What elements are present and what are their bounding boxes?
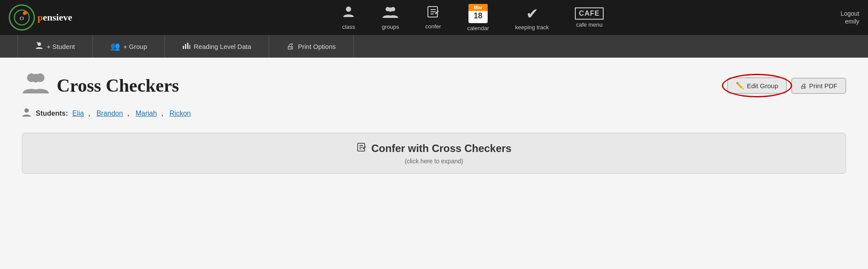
svg-rect-18: [189, 45, 190, 49]
nav-cafe-menu-label: cafe menu: [576, 21, 603, 28]
nav-calendar[interactable]: Mar 18 calendar: [467, 4, 489, 31]
edit-pencil-icon: ✏️: [736, 82, 744, 90]
print-pdf-label: Print PDF: [809, 82, 837, 90]
students-label: Students:: [36, 110, 68, 117]
svg-text:O: O: [20, 15, 24, 21]
logo-text: pensieve: [38, 12, 72, 23]
confer-sub-text: (click here to expand): [31, 158, 837, 165]
student-mariah[interactable]: Mariah: [136, 110, 157, 117]
nav-calendar-label: calendar: [467, 25, 489, 31]
user-area: Logout emily: [841, 10, 859, 25]
group-title: Cross Checkers: [57, 75, 179, 96]
groups-icon: [383, 5, 398, 22]
student-brandon[interactable]: Brandon: [96, 110, 123, 117]
separator-2: ,: [127, 110, 131, 117]
class-icon: [342, 5, 355, 22]
nav-confer[interactable]: confer: [425, 5, 441, 30]
nav-class-label: class: [342, 24, 355, 30]
edit-group-label: Edit Group: [747, 82, 778, 90]
confer-title: Confer with Cross Checkers: [31, 142, 837, 155]
add-group-icon: 👥: [110, 41, 120, 51]
print-pdf-icon: 🖨: [800, 82, 806, 90]
edit-group-wrapper: ✏️ Edit Group: [727, 77, 787, 94]
svg-point-6: [388, 7, 393, 12]
main-content: Cross Checkers ✏️ Edit Group 🖨 Print PDF: [0, 58, 868, 269]
nav-groups[interactable]: groups: [382, 5, 399, 30]
svg-rect-16: [185, 44, 186, 49]
nav-groups-label: groups: [382, 24, 399, 30]
nav-confer-label: confer: [425, 23, 441, 30]
separator-3: ,: [161, 110, 165, 117]
reading-level-label: Reading Level Data: [194, 43, 251, 50]
nav-cafe-menu[interactable]: CAFE cafe menu: [575, 7, 604, 28]
confer-title-text: Confer with Cross Checkers: [371, 142, 511, 155]
student-rickon[interactable]: Rickon: [170, 110, 191, 117]
print-options-button[interactable]: 🖨 Print Options: [269, 35, 354, 58]
nav-class[interactable]: class: [342, 5, 355, 30]
top-nav: O pensieve class: [0, 0, 868, 35]
add-student-icon: +: [35, 41, 43, 51]
group-title-area: Cross Checkers: [22, 71, 179, 100]
cafe-icon: CAFE: [575, 7, 604, 20]
calendar-icon: Mar 18: [468, 4, 488, 23]
group-icon: [22, 71, 50, 100]
printer-icon: 🖨: [287, 42, 294, 51]
secondary-nav: + + Student 👥 + Group Reading Level Data…: [0, 35, 868, 58]
separator-1: ,: [88, 110, 92, 117]
confer-section[interactable]: Confer with Cross Checkers (click here t…: [22, 133, 846, 174]
print-pdf-button[interactable]: 🖨 Print PDF: [791, 78, 846, 94]
svg-point-21: [31, 74, 40, 83]
svg-point-3: [346, 7, 351, 12]
svg-rect-17: [187, 43, 188, 49]
student-elia[interactable]: Elia: [72, 110, 84, 117]
add-student-label: + Student: [47, 43, 75, 50]
nav-keeping-track-label: keeping track: [515, 24, 549, 31]
username-label: emily: [845, 18, 859, 25]
nav-keeping-track[interactable]: ✔ keeping track: [515, 5, 549, 31]
add-group-label: + Group: [123, 43, 147, 50]
reading-level-data-button[interactable]: Reading Level Data: [165, 35, 269, 58]
svg-text:+: +: [36, 41, 38, 45]
logo-icon: O: [9, 4, 35, 31]
group-actions: ✏️ Edit Group 🖨 Print PDF: [727, 77, 846, 94]
bar-chart-icon: [182, 41, 190, 51]
cal-day: 18: [474, 11, 482, 21]
svg-point-22: [24, 108, 29, 113]
student-row-icon: [22, 107, 31, 120]
svg-marker-11: [435, 10, 439, 14]
confer-icon: [427, 5, 440, 21]
add-student-button[interactable]: + + Student: [17, 35, 93, 58]
print-options-label: Print Options: [298, 43, 336, 50]
svg-rect-15: [183, 46, 184, 49]
cal-month: Mar: [468, 4, 488, 11]
students-row: Students: Elia, Brandon, Mariah, Rickon: [22, 107, 846, 120]
edit-group-button[interactable]: ✏️ Edit Group: [727, 77, 787, 94]
group-header: Cross Checkers ✏️ Edit Group 🖨 Print PDF: [22, 71, 846, 100]
main-nav: class groups: [105, 4, 841, 31]
checkmark-icon: ✔: [526, 5, 538, 22]
logo-area[interactable]: O pensieve: [9, 4, 105, 31]
confer-pencil-icon: [356, 142, 367, 155]
logout-link[interactable]: Logout: [841, 10, 859, 17]
add-group-button[interactable]: 👥 + Group: [93, 35, 165, 58]
